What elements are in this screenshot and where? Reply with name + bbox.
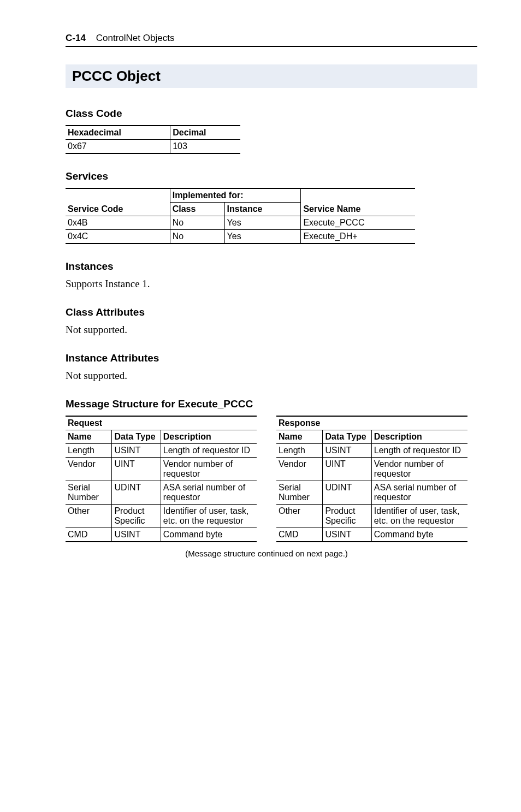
instances-heading: Instances [66,260,477,272]
cell: Vendor number of requestor [161,458,257,481]
msgstruct-heading: Message Structure for Execute_PCCC [66,398,477,410]
cell: ASA serial number of requestor [161,481,257,505]
cell: Serial Number [276,481,323,505]
request-label: Request [66,416,257,430]
cell: No [170,230,224,244]
cell: Vendor [276,458,323,481]
cell-hex: 0x67 [66,140,170,154]
cell: UINT [112,458,161,481]
cell: UDINT [323,481,371,505]
cell: Command byte [161,528,257,542]
cell: Other [276,505,323,528]
services-col-name: Service Name [301,203,415,216]
services-table: Implemented for: Service Code Class Inst… [66,188,415,244]
response-table: Response Name Data Type Description Leng… [276,416,467,542]
chapter-title: ControlNet Objects [96,33,175,43]
col-desc: Description [371,430,467,444]
instattrs-body: Not supported. [66,370,477,382]
cell: Serial Number [66,481,112,505]
cell: 0x4C [66,230,170,244]
cell: Length [66,444,112,458]
cell: Length of requestor ID [161,444,257,458]
classattrs-heading: Class Attributes [66,306,477,318]
msgstruct-footnote: (Message structure continued on next pag… [66,549,467,558]
col-desc: Description [161,430,257,444]
services-heading: Services [66,170,477,182]
cell: UDINT [112,481,161,505]
cell: 0x4B [66,216,170,230]
classcode-heading: Class Code [66,108,477,120]
cell: Yes [224,230,301,244]
services-col-instance: Instance [224,203,301,216]
col-name: Name [66,430,112,444]
cell: USINT [323,528,371,542]
services-col-code: Service Code [66,203,170,216]
page-header: C-14 ControlNet Objects [66,33,477,47]
instances-body: Supports Instance 1. [66,278,477,290]
cell: Vendor [66,458,112,481]
cell: CMD [276,528,323,542]
cell: CMD [66,528,112,542]
cell-dec: 103 [170,140,240,154]
cell: Yes [224,216,301,230]
request-table: Request Name Data Type Description Lengt… [66,416,257,542]
response-label: Response [276,416,467,430]
cell: Vendor number of requestor [371,458,467,481]
col-name: Name [276,430,323,444]
cell: Length [276,444,323,458]
cell: UINT [323,458,371,481]
classattrs-body: Not supported. [66,324,477,336]
cell: Identifier of user, task, etc. on the re… [161,505,257,528]
cell: No [170,216,224,230]
cell: Execute_DH+ [301,230,415,244]
cell: Other [66,505,112,528]
page-number: C-14 [66,33,86,43]
col-dec: Decimal [170,126,240,140]
instattrs-heading: Instance Attributes [66,352,477,364]
col-type: Data Type [112,430,161,444]
page-header-text: C-14 ControlNet Objects [66,33,174,43]
cell: Identifier of user, task, etc. on the re… [371,505,467,528]
col-hex: Hexadecimal [66,126,170,140]
title-band: PCCC Object [66,64,477,88]
cell: ASA serial number of requestor [371,481,467,505]
page-title: PCCC Object [72,68,471,85]
cell: Command byte [371,528,467,542]
classcode-table: Hexadecimal Decimal 0x67 103 [66,125,240,154]
services-col-class: Class [170,203,224,216]
cell: USINT [112,528,161,542]
msgstruct-wrap: Request Name Data Type Description Lengt… [66,416,477,542]
cell: Execute_PCCC [301,216,415,230]
cell: USINT [112,444,161,458]
cell: USINT [323,444,371,458]
col-type: Data Type [323,430,371,444]
services-implfor: Implemented for: [170,188,301,203]
cell: Length of requestor ID [371,444,467,458]
cell: Product Specific [112,505,161,528]
cell: Product Specific [323,505,371,528]
